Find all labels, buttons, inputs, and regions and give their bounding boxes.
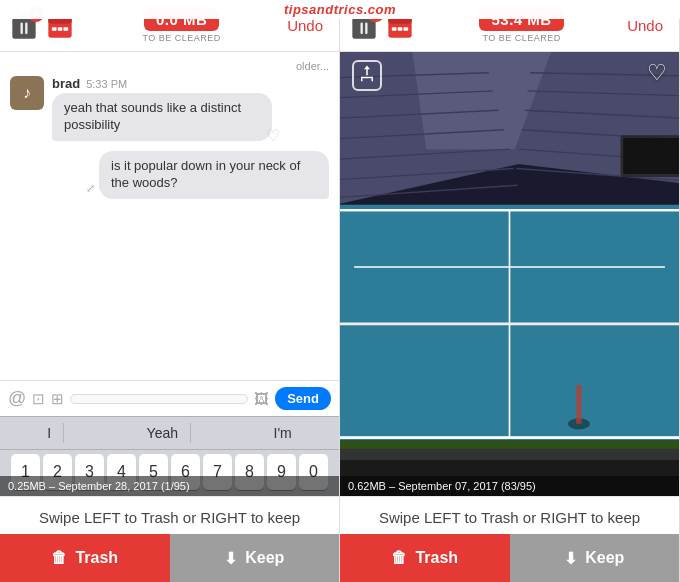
svg-rect-10 — [58, 27, 63, 30]
share-icon[interactable] — [352, 60, 382, 91]
right-photo-caption: 0.62MB – September 07, 2017 (83/95) — [340, 476, 679, 496]
attachment-icon[interactable]: ⊞ — [51, 390, 64, 408]
svg-rect-9 — [52, 27, 57, 30]
svg-rect-21 — [392, 27, 397, 30]
photo-overlay-icons: ♡ — [340, 60, 679, 91]
svg-rect-15 — [361, 22, 363, 34]
left-swipe-instruction: Swipe LEFT to Trash or RIGHT to keep — [0, 496, 339, 534]
right-trash-button[interactable]: 🗑 Trash — [340, 534, 510, 582]
svg-rect-3 — [21, 22, 23, 34]
at-icon[interactable]: @ — [8, 388, 26, 409]
right-swipe-instruction: Swipe LEFT to Trash or RIGHT to keep — [340, 496, 679, 534]
svg-rect-59 — [576, 385, 582, 424]
left-keep-button[interactable]: ⬇ Keep — [170, 534, 340, 582]
right-content-area: ♡ 0.62MB – September 07, 2017 (83/95) — [340, 52, 679, 496]
photo-input-icon[interactable]: 🖼 — [254, 390, 269, 407]
expand-icon: ⤢ — [86, 182, 95, 195]
left-to-be-cleared: TO BE CLEARED — [142, 33, 220, 43]
message-thread: older... ♪ brad 5:33 PM yeah that sounds… — [0, 52, 339, 380]
message-header: brad 5:33 PM — [52, 76, 329, 91]
messages-area: older... ♪ brad 5:33 PM yeah that sounds… — [0, 52, 339, 496]
left-photo-caption: 0.25MB – September 28, 2017 (1/95) — [0, 476, 339, 496]
outgoing-text: is it popular down in your neck of the w… — [111, 158, 300, 190]
outgoing-message: ⤢ is it popular down in your neck of the… — [10, 151, 329, 199]
right-swipe-text: Swipe LEFT to Trash or RIGHT to keep — [379, 509, 640, 526]
left-keep-btn-label: Keep — [245, 549, 284, 567]
quicktype-yeah[interactable]: Yeah — [135, 423, 191, 443]
message-content: brad 5:33 PM yeah that sounds like a dis… — [52, 76, 329, 141]
svg-rect-4 — [25, 22, 27, 34]
send-button[interactable]: Send — [275, 387, 331, 410]
svg-rect-61 — [623, 138, 679, 174]
svg-rect-64 — [372, 78, 374, 81]
message-text: yeah that sounds like a distinct possibi… — [64, 100, 241, 132]
left-trash-button[interactable]: 🗑 Trash — [0, 534, 170, 582]
sender-name: brad — [52, 76, 80, 91]
svg-rect-63 — [361, 78, 363, 81]
quicktype-bar: I Yeah I'm — [0, 416, 339, 450]
right-keep-btn-label: Keep — [585, 549, 624, 567]
message-bubble: yeah that sounds like a distinct possibi… — [52, 93, 272, 141]
svg-rect-23 — [404, 27, 409, 30]
sticker-icon[interactable]: ⊡ — [32, 390, 45, 408]
svg-rect-11 — [64, 27, 69, 30]
right-keep-button[interactable]: ⬇ Keep — [510, 534, 680, 582]
quicktype-i[interactable]: I — [35, 423, 64, 443]
left-keep-btn-icon: ⬇ — [224, 549, 237, 568]
svg-rect-16 — [365, 22, 367, 34]
left-panel: tipsandtrics.com 4 0 — [0, 0, 340, 582]
svg-rect-54 — [340, 449, 679, 460]
svg-rect-22 — [398, 27, 403, 30]
svg-rect-62 — [361, 77, 373, 79]
right-keep-btn-icon: ⬇ — [564, 549, 577, 568]
message-time: 5:33 PM — [86, 78, 127, 90]
heart-icon[interactable]: ♡ — [647, 60, 667, 91]
message-input-area: @ ⊡ ⊞ 🖼 Send — [0, 380, 339, 416]
message-input-box[interactable] — [70, 394, 248, 404]
photo-area: ♡ 0.62MB – September 07, 2017 (83/95) — [340, 52, 679, 496]
sender-avatar: ♪ — [10, 76, 44, 110]
right-trash-btn-label: Trash — [415, 549, 458, 567]
outgoing-bubble: is it popular down in your neck of the w… — [99, 151, 329, 199]
right-bottom-buttons: 🗑 Trash ⬇ Keep — [340, 534, 679, 582]
right-trash-btn-icon: 🗑 — [391, 549, 407, 567]
tennis-court-image — [340, 52, 679, 496]
avatar-icon: ♪ — [23, 84, 31, 102]
right-panel: tipsandtrics.com 68 — [340, 0, 680, 582]
quicktype-im[interactable]: I'm — [262, 423, 304, 443]
left-trash-btn-icon: 🗑 — [51, 549, 67, 567]
truncated-msg: older... — [10, 60, 329, 76]
right-watermark: tipsandtrics.com — [340, 0, 680, 19]
left-trash-btn-label: Trash — [75, 549, 118, 567]
right-to-be-cleared: TO BE CLEARED — [482, 33, 560, 43]
left-bottom-buttons: 🗑 Trash ⬇ Keep — [0, 534, 339, 582]
left-content-area: older... ♪ brad 5:33 PM yeah that sounds… — [0, 52, 339, 496]
heart-reaction-icon: ♡ — [266, 126, 280, 147]
left-swipe-text: Swipe LEFT to Trash or RIGHT to keep — [39, 509, 300, 526]
received-message: ♪ brad 5:33 PM yeah that sounds like a d… — [10, 76, 329, 141]
